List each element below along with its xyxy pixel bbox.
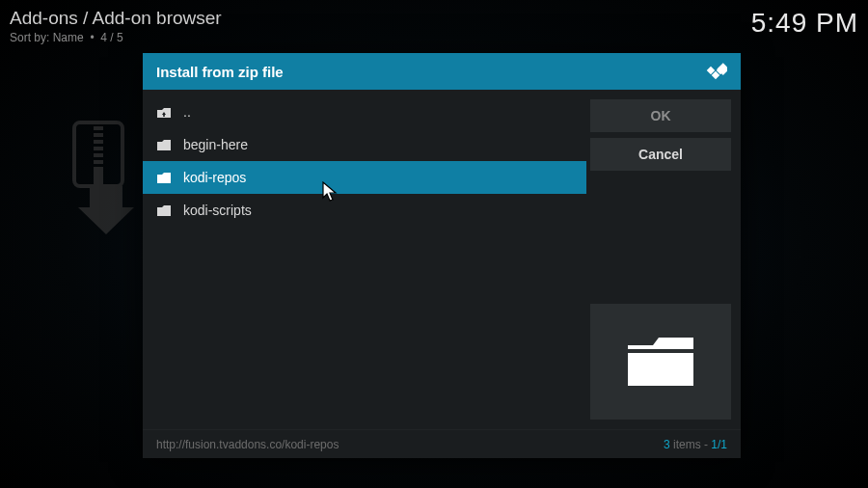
breadcrumb: Add-ons / Add-on browser [10,8,222,29]
folder-large-icon [622,328,699,395]
clock: 5:49 PM [751,8,858,39]
list-item[interactable]: kodi-repos [143,161,586,194]
sort-info: Sort by: Name • 4 / 5 [10,31,222,44]
list-item-label: kodi-scripts [183,203,252,218]
ok-button[interactable]: OK [590,99,731,132]
folder-icon [156,171,177,184]
footer-count: 3 items - 1/1 [664,438,727,451]
cancel-button[interactable]: Cancel [590,138,731,171]
up-icon [156,105,177,119]
footer-path: http://fusion.tvaddons.co/kodi-repos [156,438,339,451]
list-item[interactable]: begin-here [143,128,586,161]
zip-install-icon [72,121,140,240]
folder-icon [156,203,177,217]
dialog-title: Install from zip file [156,64,284,80]
file-list: .. begin-here kodi-repos kodi-scripts [143,90,586,429]
list-item-label: begin-here [183,137,248,152]
dialog-header: Install from zip file [143,53,741,90]
list-item-up[interactable]: .. [143,95,586,128]
install-zip-dialog: Install from zip file .. begin- [143,53,741,458]
folder-icon [156,138,177,151]
list-item-label: .. [183,104,191,120]
preview-thumbnail [590,304,731,420]
svg-rect-2 [94,169,103,184]
kodi-logo-icon [704,59,727,85]
list-item[interactable]: kodi-scripts [143,194,586,227]
list-item-label: kodi-repos [183,170,246,185]
